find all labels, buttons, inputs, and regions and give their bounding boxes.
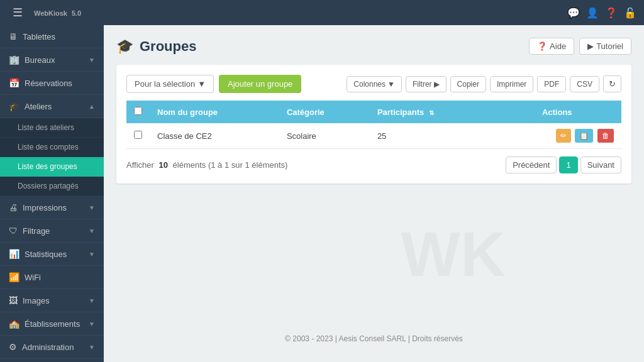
row-categorie: Scolaire xyxy=(279,123,370,149)
play-icon: ▶ xyxy=(587,41,594,51)
colonnes-arrow-icon: ▼ xyxy=(387,80,395,89)
chevron-down-icon5: ▼ xyxy=(89,321,95,327)
row-actions-cell: ✏ 📋 🗑 xyxy=(492,123,621,149)
copier-button[interactable]: Copier xyxy=(450,76,486,92)
sidebar: 🖥Tablettes 🏢Bureaux ▼ 📅Réservations 🎓Ate… xyxy=(0,25,104,362)
main-content: WK 🎓 Groupes ❓ Aide ▶ Tutoriel xyxy=(104,25,644,362)
admin-icon: ⚙ xyxy=(9,342,17,352)
groups-table: Nom du groupe Catégorie Participants ⇅ A… xyxy=(126,101,621,149)
colonnes-button[interactable]: Colonnes ▼ xyxy=(347,76,402,92)
select-all-checkbox[interactable] xyxy=(134,107,142,115)
table-row: Classe de CE2 Scolaire 25 ✏ 📋 🗑 xyxy=(126,123,621,149)
sidebar-item-administration[interactable]: ⚙Administration ▼ xyxy=(0,336,104,359)
filtrage-icon: 🛡 xyxy=(9,226,18,236)
aide-button[interactable]: ❓ Aide xyxy=(529,38,574,55)
header-participants: Participants ⇅ xyxy=(370,101,493,123)
delete-button[interactable]: 🗑 xyxy=(597,129,614,143)
ateliers-icon: 🎓 xyxy=(9,101,19,111)
sidebar-item-etablissements[interactable]: 🏫Établissements ▼ xyxy=(0,312,104,336)
user-icon[interactable]: 👤 xyxy=(586,7,599,19)
add-group-button[interactable]: Ajouter un groupe xyxy=(219,75,301,93)
chevron-down-icon: ▼ xyxy=(89,204,95,211)
show-label: Afficher 10 éléments (1 à 1 sur 1 élémen… xyxy=(126,160,287,170)
sidebar-item-liste-comptes[interactable]: Liste des comptes xyxy=(0,138,104,157)
watermark: WK xyxy=(401,218,506,290)
wifi-icon: 📶 xyxy=(9,272,19,282)
header-categorie: Catégorie xyxy=(279,101,370,123)
brand-version: 5.0 xyxy=(72,9,81,17)
selection-button[interactable]: Pour la sélection ▼ xyxy=(126,75,214,93)
sidebar-item-liste-ateliers[interactable]: Liste des ateliers xyxy=(0,118,104,138)
sidebar-item-liste-groupes[interactable]: Liste des groupes xyxy=(0,157,104,177)
dropdown-arrow-icon: ▼ xyxy=(197,79,206,89)
sidebar-item-bureaux[interactable]: 🏢Bureaux ▼ xyxy=(0,48,104,72)
images-icon: 🖼 xyxy=(9,295,18,305)
sidebar-item-parametres[interactable]: ⚙Paramètres xyxy=(0,359,104,362)
tutoriel-button[interactable]: ▶ Tutoriel xyxy=(579,38,631,55)
imprimer-button[interactable]: Imprimer xyxy=(490,76,533,92)
sidebar-sub-ateliers: Liste des ateliers Liste des comptes Lis… xyxy=(0,118,104,196)
topbar-icons: 💬 👤 ❓ 🔓 xyxy=(567,7,636,19)
question-icon: ❓ xyxy=(537,41,547,51)
sidebar-item-dossiers-partages[interactable]: Dossiers partagés xyxy=(0,177,104,196)
toolbar-left: Pour la sélection ▼ Ajouter un groupe xyxy=(126,75,301,93)
sidebar-item-tablettes[interactable]: 🖥Tablettes xyxy=(0,25,104,48)
brand-text: WebKiosk xyxy=(34,9,67,17)
per-page-value: 10 xyxy=(158,160,167,170)
chat-icon[interactable]: 💬 xyxy=(567,7,580,19)
chevron-down-icon4: ▼ xyxy=(89,297,95,304)
copy-row-button[interactable]: 📋 xyxy=(575,129,593,143)
chevron-down-icon3: ▼ xyxy=(89,251,95,258)
sidebar-item-statistiques[interactable]: 📊Statistiques ▼ xyxy=(0,243,104,266)
stats-icon: 📊 xyxy=(9,249,19,259)
sidebar-item-wifi[interactable]: 📶WiFi xyxy=(0,266,104,289)
pagination-controls: Précédent 1 Suivant xyxy=(506,156,621,173)
etab-icon: 🏫 xyxy=(9,319,19,329)
sidebar-item-filtrage[interactable]: 🛡Filtrage ▼ xyxy=(0,219,104,243)
sort-participants-icon: ⇅ xyxy=(429,109,434,116)
chevron-up-icon: ▲ xyxy=(89,103,95,110)
header-checkbox-col xyxy=(126,101,150,123)
page-header: 🎓 Groupes ❓ Aide ▶ Tutoriel xyxy=(116,38,631,55)
table-body: Classe de CE2 Scolaire 25 ✏ 📋 🗑 xyxy=(126,123,621,149)
row-checkbox-cell xyxy=(126,123,150,149)
prev-page-button[interactable]: Précédent xyxy=(506,156,557,173)
toolbar-right: Colonnes ▼ Filtrer ▶ Copier Imprimer xyxy=(347,75,621,92)
pagination-info: éléments (1 à 1 sur 1 éléments) xyxy=(173,160,288,170)
sidebar-item-reservations[interactable]: 📅Réservations xyxy=(0,72,104,95)
chevron-down-icon2: ▼ xyxy=(89,228,95,234)
page-title: 🎓 Groupes xyxy=(116,38,196,55)
refresh-icon: ↻ xyxy=(609,79,616,89)
sidebar-item-images[interactable]: 🖼Images ▼ xyxy=(0,289,104,312)
filtrer-button[interactable]: Filtrer ▶ xyxy=(406,76,447,92)
pagination-area: Afficher 10 éléments (1 à 1 sur 1 élémen… xyxy=(126,156,621,173)
page-1-button[interactable]: 1 xyxy=(559,156,577,173)
row-checkbox[interactable] xyxy=(134,131,142,139)
next-page-button[interactable]: Suivant xyxy=(580,156,621,173)
topbar: ☰ WebKiosk 5.0 💬 👤 ❓ 🔓 xyxy=(0,0,644,25)
chevron-icon: ▼ xyxy=(89,57,95,63)
filtrer-arrow-icon: ▶ xyxy=(434,80,440,89)
menu-toggle-button[interactable]: ☰ xyxy=(8,3,28,22)
pdf-button[interactable]: PDF xyxy=(537,76,566,92)
csv-button[interactable]: CSV xyxy=(570,76,599,92)
impressions-icon: 🖨 xyxy=(9,202,18,212)
page-action-buttons: ❓ Aide ▶ Tutoriel xyxy=(529,38,631,55)
bureau-icon: 🏢 xyxy=(9,55,19,65)
reservation-icon: 📅 xyxy=(9,78,19,88)
header-nom: Nom du groupe xyxy=(150,101,279,123)
groups-card: Pour la sélection ▼ Ajouter un groupe Co… xyxy=(116,65,631,184)
refresh-button[interactable]: ↻ xyxy=(603,75,621,92)
graduation-icon: 🎓 xyxy=(116,38,133,55)
table-header-row: Nom du groupe Catégorie Participants ⇅ A… xyxy=(126,101,621,123)
tablet-icon: 🖥 xyxy=(9,31,18,41)
edit-button[interactable]: ✏ xyxy=(556,129,571,143)
table-toolbar: Pour la sélection ▼ Ajouter un groupe Co… xyxy=(126,75,621,93)
sidebar-item-impressions[interactable]: 🖨Impressions ▼ xyxy=(0,196,104,219)
brand-name: WebKiosk 5.0 xyxy=(34,8,81,18)
sidebar-item-ateliers[interactable]: 🎓Ateliers ▲ xyxy=(0,95,104,118)
chevron-down-icon6: ▼ xyxy=(89,344,95,351)
header-actions: Actions xyxy=(492,101,621,123)
help-icon[interactable]: ❓ xyxy=(605,7,618,19)
logout-icon[interactable]: 🔓 xyxy=(624,7,636,19)
